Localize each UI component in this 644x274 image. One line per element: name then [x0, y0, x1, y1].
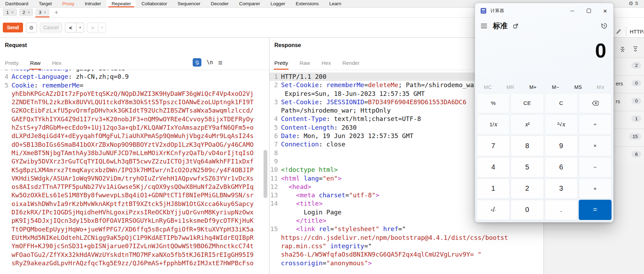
request-header-icons: \n ≡ [193, 56, 222, 69]
line-number [269, 250, 278, 259]
menu-item-dashboard[interactable]: Dashboard [0, 0, 34, 7]
calculator-display: 0 [475, 33, 613, 82]
menu-item-repeater[interactable]: Repeater [106, 0, 136, 7]
navigation-menu-icon[interactable] [481, 23, 487, 29]
calc-key-9[interactable]: 9 [545, 136, 578, 156]
menu-item-intruder[interactable]: Intruder [80, 0, 106, 7]
request-scrollbar-thumb[interactable] [264, 150, 267, 198]
calc-key--[interactable]: − [579, 157, 612, 177]
response-tab-hex[interactable]: Hex [321, 56, 331, 70]
show-newlines-icon[interactable]: \n [207, 59, 213, 66]
editor-menu-icon[interactable]: ≡ [218, 59, 222, 66]
calc-key--[interactable]: + [579, 178, 612, 199]
code-segment: <head> [289, 183, 311, 191]
forward-arrow-icon[interactable]: > [87, 25, 98, 31]
menu-item-sequencer[interactable]: Sequencer [172, 0, 206, 7]
calc-key-7[interactable]: 7 [477, 136, 510, 156]
response-tab-render[interactable]: Render [342, 56, 360, 70]
menu-item-comparer[interactable]: Comparer [234, 0, 265, 7]
calc-key-5[interactable]: 5 [511, 157, 543, 177]
calc-key--[interactable]: ÷ [579, 114, 612, 135]
response-tab-pretty[interactable]: Pretty [274, 56, 288, 70]
calc-key--[interactable]: = [579, 200, 612, 220]
calc-key-0[interactable]: 0 [511, 200, 543, 220]
keep-on-top-icon[interactable] [513, 23, 518, 29]
cancel-button[interactable]: Cancel [40, 23, 62, 32]
calc-key-8[interactable]: 8 [511, 136, 543, 156]
collapse-all-icon[interactable] [619, 46, 626, 53]
request-editor[interactable]: 3Accept-Encoding: gzip, deflate4Accept-L… [0, 70, 269, 274]
code-segment: rel [319, 225, 330, 233]
back-arrow-icon[interactable]: < [65, 25, 76, 31]
calc-key-4[interactable]: 4 [477, 157, 510, 177]
settings-button[interactable]: ⚙ S [629, 1, 638, 6]
next-request-button[interactable]: > ▾ [87, 23, 106, 32]
chevron-down-icon[interactable]: ▾ [98, 26, 106, 29]
response-code-line: crossorigin="anonymous"> [269, 259, 543, 267]
send-settings-button[interactable]: ⚙ [26, 23, 37, 32]
word-wrap-toggle-icon[interactable] [193, 58, 201, 67]
calc-key-1[interactable]: 1 [477, 178, 510, 199]
calc-key-6[interactable]: 6 [545, 157, 578, 177]
minimize-button[interactable] [564, 3, 580, 18]
close-button[interactable]: × [597, 3, 613, 18]
menu-item-target[interactable]: Target [34, 0, 57, 7]
request-view-tabs: PrettyRawHex [0, 56, 269, 70]
request-tab-pretty[interactable]: Pretty [5, 56, 18, 70]
memory-button-ms[interactable]: MS [567, 82, 590, 92]
repeater-tab-1[interactable]: 1× [3, 8, 17, 16]
memory-button-m-[interactable]: M∨ [589, 82, 612, 92]
close-tab-icon[interactable]: × [44, 10, 46, 14]
menu-item-proxy[interactable]: Proxy [57, 0, 80, 7]
menu-item-logger[interactable]: Logger [265, 0, 290, 7]
calc-key-2[interactable]: 2 [511, 178, 543, 199]
repeater-tab-2[interactable]: 2× [19, 8, 34, 16]
request-code-line: sRyZ9akeazGdLpvHrAQzfqcTkg5E9zz/QJ6PmAS+… [0, 259, 269, 267]
menu-item-collaborator[interactable]: Collaborator [136, 0, 172, 7]
calc-key-backspace[interactable] [579, 93, 612, 113]
backspace-icon [592, 100, 599, 106]
calc-key--[interactable]: . [545, 200, 578, 220]
calc-key-3[interactable]: 3 [545, 178, 578, 199]
http-version-selector[interactable]: HTTP/1 [630, 29, 644, 35]
request-tab-raw[interactable]: Raw [30, 56, 40, 70]
close-tab-icon[interactable]: × [28, 10, 30, 14]
previous-request-button[interactable]: < ▾ [65, 23, 84, 32]
calc-key--[interactable]: % [477, 93, 510, 113]
code-segment: href [383, 225, 398, 233]
code-segment: B7D349F6904E89D61553DA6DC6 [368, 98, 466, 106]
calc-key-1-x[interactable]: 1/x [477, 114, 510, 135]
request-tab-hex[interactable]: Hex [52, 56, 61, 70]
memory-button-m-[interactable]: M− [544, 82, 567, 92]
repeater-tab-3[interactable]: 3× [35, 8, 50, 16]
memory-button-mc[interactable]: MC [476, 82, 499, 92]
maximize-button[interactable] [580, 3, 597, 18]
code-segment [281, 216, 296, 225]
line-number [0, 183, 8, 191]
memory-button-m-[interactable]: M+ [521, 82, 544, 92]
menu-item-decoder[interactable]: Decoder [206, 0, 234, 7]
code-segment: Content-Type [281, 115, 326, 123]
add-tab-button[interactable]: + [52, 9, 61, 16]
memory-button-mr[interactable]: MR [499, 82, 522, 92]
chevron-down-icon[interactable]: ▾ [76, 26, 84, 29]
send-button[interactable]: Send [3, 23, 23, 32]
edit-target-pencil-icon[interactable] [616, 29, 621, 35]
response-tab-raw[interactable]: Raw [299, 56, 310, 70]
calc-key--[interactable]: +/- [477, 200, 510, 220]
menu-item-extensions[interactable]: Extensions [290, 0, 324, 7]
code-segment: wFOaoTGu2/ZfYXx32kHdAVWzUYskdtnTMO7MFxaN… [12, 251, 254, 259]
history-icon[interactable] [601, 22, 608, 29]
line-number [0, 242, 8, 250]
calc-key--x[interactable]: ²√x [545, 114, 578, 135]
calc-key--[interactable]: × [579, 136, 612, 156]
calc-key-c[interactable]: C [545, 93, 578, 113]
calculator-titlebar[interactable]: 计算器 × [475, 3, 613, 18]
request-code-line: 4Accept-Language: zh-CN,zh;q=0.9 [0, 73, 269, 81]
calc-key-x-[interactable]: x² [511, 114, 543, 135]
calc-key-ce[interactable]: CE [511, 93, 543, 113]
code-segment: =" [364, 242, 372, 250]
menu-item-learn[interactable]: Learn [324, 0, 347, 7]
expand-all-icon[interactable] [632, 46, 639, 53]
close-tab-icon[interactable]: × [11, 10, 13, 14]
